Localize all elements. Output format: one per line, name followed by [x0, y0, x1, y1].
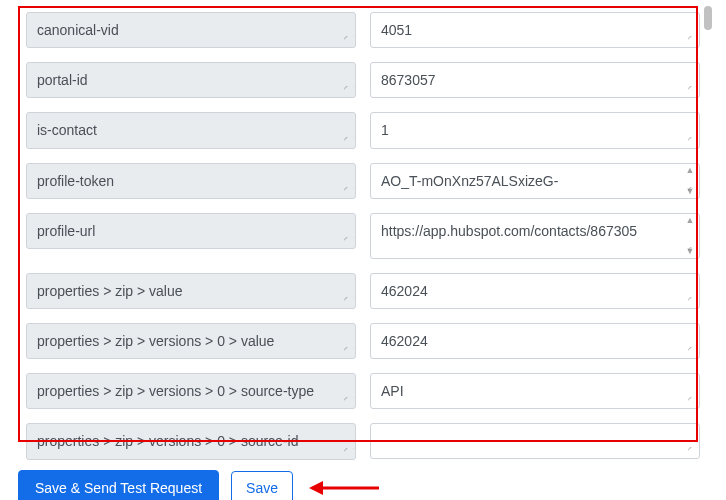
resize-handle-icon[interactable]: [688, 397, 698, 407]
key-input[interactable]: properties > zip > versions > 0 > value: [26, 323, 356, 359]
table-row: portal-id 8673057: [26, 62, 700, 98]
value-text: 462024: [381, 283, 428, 299]
value-textarea[interactable]: https://app.hubspot.com/contacts/867305 …: [370, 213, 700, 259]
table-row: properties > zip > versions > 0 > value …: [26, 323, 700, 359]
resize-handle-icon[interactable]: [344, 36, 354, 46]
key-text: profile-token: [37, 173, 114, 189]
arrow-annotation: [309, 478, 379, 498]
table-row: canonical-vid 4051: [26, 12, 700, 48]
arrow-shaft: [321, 486, 379, 489]
save-button[interactable]: Save: [231, 471, 293, 501]
value-text: 462024: [381, 333, 428, 349]
key-text: properties > zip > versions > 0 > value: [37, 333, 274, 349]
table-row: properties > zip > versions > 0 > source…: [26, 373, 700, 409]
scroll-up-icon[interactable]: ▲: [683, 216, 697, 225]
resize-handle-icon[interactable]: [344, 86, 354, 96]
key-text: portal-id: [37, 72, 88, 88]
value-text: 1: [381, 122, 389, 138]
button-label: Save & Send Test Request: [35, 480, 202, 496]
table-row: is-contact 1: [26, 112, 700, 148]
scroll-up-icon[interactable]: ▲: [683, 166, 697, 175]
key-input[interactable]: profile-token: [26, 163, 356, 199]
key-input[interactable]: profile-url: [26, 213, 356, 249]
form-container: canonical-vid 4051 portal-id 8: [0, 0, 726, 500]
key-text: properties > zip > value: [37, 283, 183, 299]
value-text: AO_T-mOnXnz57ALSxizeG-: [381, 173, 558, 189]
value-input[interactable]: 462024: [370, 273, 700, 309]
key-text: properties > zip > versions > 0 > source…: [37, 433, 298, 449]
resize-handle-icon[interactable]: [344, 297, 354, 307]
value-text: https://app.hubspot.com/contacts/867305: [381, 223, 637, 239]
key-input[interactable]: properties > zip > versions > 0 > source…: [26, 423, 356, 459]
value-input[interactable]: 4051: [370, 12, 700, 48]
value-input[interactable]: 1: [370, 112, 700, 148]
resize-handle-icon[interactable]: [344, 137, 354, 147]
key-value-rows: canonical-vid 4051 portal-id 8: [18, 6, 708, 460]
key-text: is-contact: [37, 122, 97, 138]
resize-handle-icon[interactable]: [344, 347, 354, 357]
value-text: 4051: [381, 22, 412, 38]
key-input[interactable]: properties > zip > versions > 0 > source…: [26, 373, 356, 409]
key-input[interactable]: canonical-vid: [26, 12, 356, 48]
resize-handle-icon[interactable]: [344, 187, 354, 197]
value-text: API: [381, 383, 404, 399]
key-text: profile-url: [37, 223, 95, 239]
table-row: properties > zip > value 462024: [26, 273, 700, 309]
key-input[interactable]: properties > zip > value: [26, 273, 356, 309]
resize-handle-icon[interactable]: [344, 397, 354, 407]
resize-handle-icon[interactable]: [344, 448, 354, 458]
key-input[interactable]: portal-id: [26, 62, 356, 98]
save-send-test-button[interactable]: Save & Send Test Request: [18, 470, 219, 501]
table-row: profile-token AO_T-mOnXnz57ALSxizeG- ▲ ▼: [26, 163, 700, 199]
footer-actions: Save & Send Test Request Save: [18, 468, 708, 501]
button-label: Save: [246, 480, 278, 496]
key-text: canonical-vid: [37, 22, 119, 38]
value-input[interactable]: 462024: [370, 323, 700, 359]
scrollbar-track[interactable]: [704, 6, 712, 442]
key-input[interactable]: is-contact: [26, 112, 356, 148]
resize-handle-icon[interactable]: [344, 237, 354, 247]
value-input[interactable]: [370, 423, 700, 459]
value-input[interactable]: 8673057: [370, 62, 700, 98]
resize-handle-icon[interactable]: [688, 447, 698, 457]
resize-handle-icon[interactable]: [688, 247, 698, 257]
value-input[interactable]: API: [370, 373, 700, 409]
value-text: 8673057: [381, 72, 436, 88]
value-textarea[interactable]: AO_T-mOnXnz57ALSxizeG- ▲ ▼: [370, 163, 700, 199]
table-row: properties > zip > versions > 0 > source…: [26, 423, 700, 459]
key-text: properties > zip > versions > 0 > source…: [37, 383, 314, 399]
resize-handle-icon[interactable]: [688, 86, 698, 96]
resize-handle-icon[interactable]: [688, 297, 698, 307]
resize-handle-icon[interactable]: [688, 137, 698, 147]
resize-handle-icon[interactable]: [688, 187, 698, 197]
resize-handle-icon[interactable]: [688, 347, 698, 357]
scrollbar-thumb[interactable]: [704, 6, 712, 30]
table-row: profile-url https://app.hubspot.com/cont…: [26, 213, 700, 259]
resize-handle-icon[interactable]: [688, 36, 698, 46]
